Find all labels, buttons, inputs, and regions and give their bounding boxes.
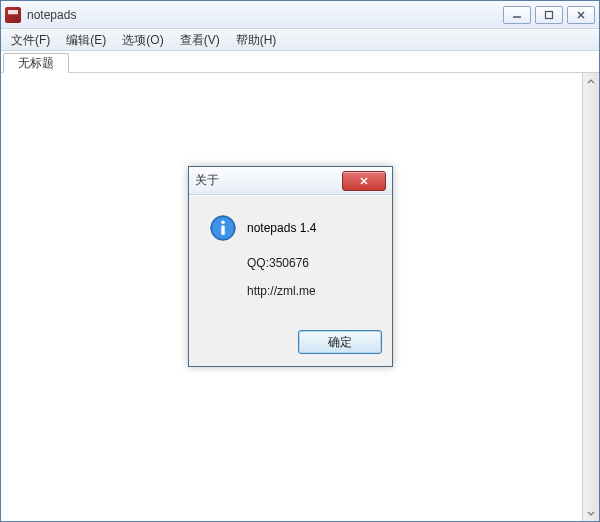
- dialog-title: 关于: [195, 172, 342, 189]
- dialog-app-version: notepads 1.4: [247, 221, 316, 235]
- tab-untitled[interactable]: 无标题: [3, 53, 69, 73]
- close-button[interactable]: [567, 6, 595, 24]
- window-controls: [503, 6, 595, 24]
- menu-label: 编辑(E): [66, 32, 106, 49]
- chevron-down-icon: [587, 509, 595, 517]
- menu-view[interactable]: 查看(V): [172, 30, 228, 50]
- menu-help[interactable]: 帮助(H): [228, 30, 285, 50]
- window-title: notepads: [27, 8, 503, 22]
- dialog-close-button[interactable]: [342, 171, 386, 191]
- scroll-down-button[interactable]: [583, 504, 599, 521]
- dialog-body: notepads 1.4 QQ:350676 http://zml.me: [189, 195, 392, 322]
- scroll-up-button[interactable]: [583, 73, 599, 90]
- menu-file[interactable]: 文件(F): [3, 30, 58, 50]
- svg-rect-1: [546, 11, 553, 18]
- info-icon: [209, 214, 237, 242]
- titlebar[interactable]: notepads: [1, 1, 599, 29]
- vertical-scrollbar[interactable]: [582, 73, 599, 521]
- ok-label: 确定: [328, 335, 352, 349]
- dialog-footer: 确定: [189, 322, 392, 366]
- dialog-qq: QQ:350676: [247, 256, 378, 270]
- menu-label: 选项(O): [122, 32, 163, 49]
- about-dialog: 关于 notepads 1.4 QQ:350676 http://zml.me …: [188, 166, 393, 367]
- close-icon: [576, 10, 586, 20]
- scroll-track[interactable]: [583, 90, 599, 504]
- chevron-up-icon: [587, 78, 595, 86]
- menubar: 文件(F) 编辑(E) 选项(O) 查看(V) 帮助(H): [1, 29, 599, 51]
- maximize-button[interactable]: [535, 6, 563, 24]
- minimize-icon: [512, 10, 522, 20]
- menu-edit[interactable]: 编辑(E): [58, 30, 114, 50]
- dialog-row-1: notepads 1.4: [203, 214, 378, 242]
- dialog-url: http://zml.me: [247, 284, 378, 298]
- close-icon: [359, 176, 369, 186]
- ok-button[interactable]: 确定: [298, 330, 382, 354]
- svg-point-4: [221, 221, 225, 225]
- maximize-icon: [544, 10, 554, 20]
- tab-label: 无标题: [18, 55, 54, 72]
- svg-rect-5: [221, 225, 225, 235]
- dialog-titlebar[interactable]: 关于: [189, 167, 392, 195]
- minimize-button[interactable]: [503, 6, 531, 24]
- menu-label: 帮助(H): [236, 32, 277, 49]
- menu-options[interactable]: 选项(O): [114, 30, 171, 50]
- app-icon: [5, 7, 21, 23]
- tabbar: 无标题: [1, 51, 599, 73]
- menu-label: 查看(V): [180, 32, 220, 49]
- menu-label: 文件(F): [11, 32, 50, 49]
